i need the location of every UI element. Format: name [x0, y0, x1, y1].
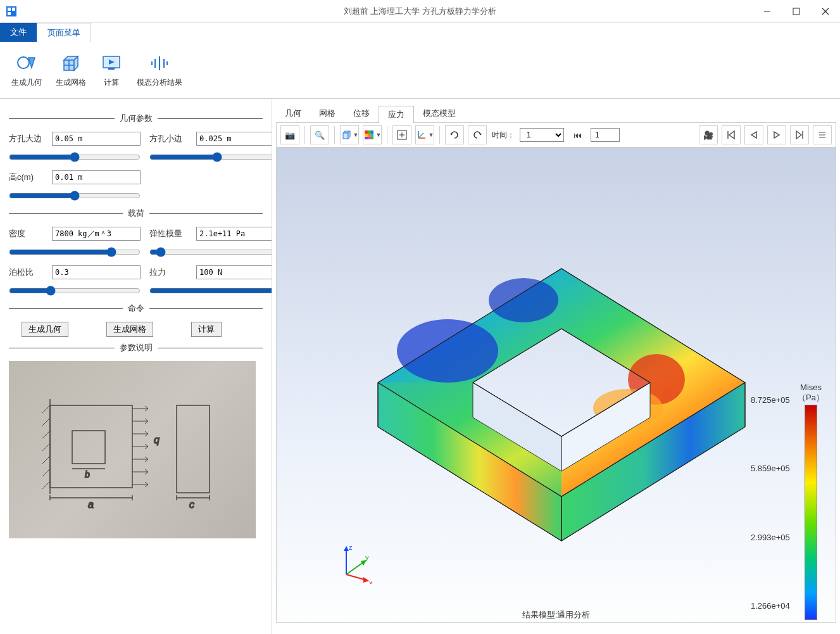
input-tension[interactable] [196, 265, 272, 279]
section-geometry: 几何参数 [9, 113, 263, 124]
rotate-cw-icon [449, 129, 460, 141]
tab-page-menu[interactable]: 页面菜单 [37, 23, 91, 42]
colorbar-title1: Mises [798, 383, 824, 393]
rtab-modal[interactable]: 模态模型 [414, 105, 465, 122]
svg-marker-70 [796, 131, 801, 139]
rtab-displacement[interactable]: 位移 [344, 105, 379, 122]
step-back-button[interactable]: ⏮ [568, 125, 587, 144]
input-big-edge[interactable] [52, 132, 141, 146]
input-poisson[interactable] [52, 265, 141, 279]
snapshot-button[interactable]: 📷 [280, 125, 299, 144]
label-height: 高c(m) [9, 172, 43, 183]
svg-marker-94 [363, 577, 369, 583]
step-icon: ⏮ [574, 130, 582, 140]
cb-tick: 5.859e+05 [751, 464, 808, 473]
ribbon-label: 生成几何 [11, 77, 42, 88]
rtab-mesh[interactable]: 网格 [310, 105, 344, 122]
svg-line-30 [42, 481, 50, 489]
prev-frame-button[interactable] [744, 125, 763, 144]
svg-rect-51 [365, 130, 368, 134]
iso-button[interactable]: ▼ [340, 125, 359, 144]
slider-small-edge[interactable] [149, 152, 272, 162]
time-select[interactable]: 1 [520, 128, 564, 142]
slider-poisson[interactable] [9, 286, 141, 296]
tab-file[interactable]: 文件 [0, 23, 37, 42]
skip-back-icon [726, 130, 736, 140]
svg-rect-52 [368, 130, 371, 134]
slider-elastic[interactable] [149, 247, 272, 257]
last-frame-button[interactable] [813, 125, 832, 144]
chevron-down-icon: ▼ [429, 132, 434, 138]
stress-model [315, 218, 770, 573]
btn-gen-mesh[interactable]: 生成网格 [106, 322, 153, 337]
ribbon-label: 计算 [104, 77, 119, 88]
rotate-ccw-button[interactable] [468, 125, 487, 144]
mesh-icon [60, 52, 82, 75]
svg-text:x: x [369, 579, 373, 584]
svg-text:c: c [189, 499, 194, 510]
viewport-3d[interactable]: z y x Mises （Pa） 8.725e+05 5.859e+05 2.9… [276, 148, 836, 623]
param-sketch-image: b a q [9, 361, 256, 538]
title-bar: 刘超前 上海理工大学 方孔方板静力学分析 [0, 0, 840, 23]
slider-density[interactable] [9, 247, 141, 257]
label-big-edge: 方孔大边 [9, 133, 43, 144]
svg-line-65 [418, 133, 423, 138]
svg-rect-56 [371, 134, 373, 137]
end-icon [818, 130, 827, 139]
play-button[interactable] [767, 125, 786, 144]
camera-icon: 📷 [285, 130, 295, 140]
compute-icon [100, 52, 123, 75]
svg-marker-69 [774, 132, 779, 138]
svg-text:y: y [365, 554, 369, 561]
svg-point-77 [489, 278, 558, 322]
first-frame-button[interactable] [722, 125, 741, 144]
svg-marker-68 [751, 132, 756, 138]
input-elastic[interactable] [196, 227, 272, 241]
geometry-icon [15, 52, 38, 75]
minimize-button[interactable] [753, 0, 782, 23]
slider-height[interactable] [9, 191, 141, 201]
zoom-button[interactable]: 🔍 [310, 125, 329, 144]
main-split: 几何参数 方孔大边 方孔小边 高c(m) 载荷 密度 弹性模量 泊松比 拉力 [0, 99, 840, 634]
record-button[interactable]: 🎥 [699, 125, 718, 144]
rtab-stress[interactable]: 应力 [379, 106, 414, 123]
rotate-cw-button[interactable] [445, 125, 464, 144]
btn-compute[interactable]: 计算 [191, 322, 222, 337]
window-controls [753, 0, 840, 23]
maximize-button[interactable] [782, 0, 811, 23]
ribbon-modal-result[interactable]: 模态分析结果 [132, 49, 187, 91]
input-height[interactable] [52, 170, 141, 184]
svg-text:z: z [349, 543, 353, 551]
svg-text:b: b [85, 469, 90, 479]
frame-input[interactable] [591, 128, 620, 142]
ribbon-compute[interactable]: 计算 [95, 49, 128, 91]
svg-marker-88 [344, 546, 349, 551]
ribbon-gen-mesh[interactable]: 生成网格 [51, 49, 91, 91]
color-button[interactable]: ▼ [363, 125, 382, 144]
input-small-edge[interactable] [196, 132, 272, 146]
cb-tick: 1.266e+04 [751, 601, 808, 611]
axes-button[interactable]: ▼ [415, 125, 434, 144]
svg-rect-53 [371, 130, 373, 134]
close-button[interactable] [811, 0, 840, 23]
section-desc: 参数说明 [9, 342, 263, 353]
svg-rect-57 [365, 137, 368, 139]
next-frame-button[interactable] [790, 125, 809, 144]
svg-rect-54 [365, 134, 368, 137]
svg-rect-59 [371, 137, 373, 139]
cb-tick: 2.993e+05 [751, 533, 808, 542]
svg-marker-67 [729, 131, 734, 139]
ribbon-gen-geometry[interactable]: 生成几何 [6, 49, 47, 91]
rtab-geometry[interactable]: 几何 [276, 105, 310, 122]
fit-button[interactable] [392, 125, 411, 144]
label-poisson: 泊松比 [9, 267, 43, 278]
slider-big-edge[interactable] [9, 152, 141, 162]
play-left-icon [749, 130, 758, 139]
slider-tension[interactable] [149, 286, 272, 296]
right-panel: 几何 网格 位移 应力 模态模型 📷 🔍 ▼ ▼ ▼ 时间： 1 ⏮ 🎥 [272, 99, 840, 634]
input-density[interactable] [52, 227, 141, 241]
svg-line-90 [346, 562, 364, 574]
svg-rect-55 [368, 134, 371, 137]
svg-rect-17 [108, 68, 115, 70]
btn-gen-geometry[interactable]: 生成几何 [22, 322, 68, 337]
